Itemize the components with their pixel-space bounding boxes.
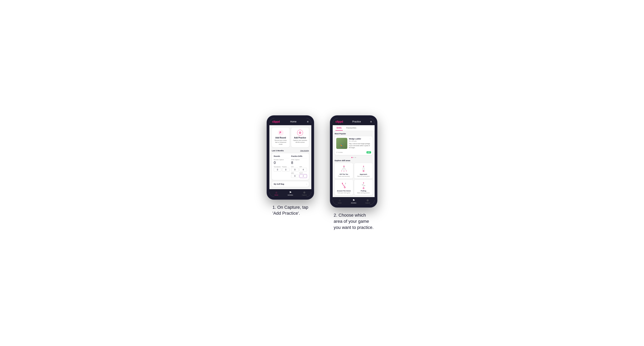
nav-activities-label-2: Activities xyxy=(351,202,356,204)
nav-activities-label-1: Activities xyxy=(288,194,293,196)
tabs-bar: Drills Favourites xyxy=(333,125,374,131)
svg-point-14 xyxy=(342,183,343,184)
stats-header: Last 3 Months View Activity xyxy=(272,150,309,152)
nav-capture-1[interactable]: ⊕ Capture xyxy=(297,191,311,196)
svg-point-21 xyxy=(364,185,365,186)
star-icon[interactable]: ☆ xyxy=(370,138,371,140)
bottom-nav-2: ⌂ Home ⚑ Activities ⊕ Capture xyxy=(333,197,374,205)
tab-favourites[interactable]: Favourites xyxy=(345,125,358,131)
svg-point-15 xyxy=(345,183,346,184)
drill-desc: Play 1 shot at each target yardage. If y… xyxy=(349,143,371,149)
phone2-screen: clippd Practice ≡ Drills Favourites Most… xyxy=(333,118,374,205)
arg-value: 0 xyxy=(291,174,299,178)
menu-icon-2[interactable]: ≡ xyxy=(370,120,372,123)
svg-point-11 xyxy=(346,171,347,172)
caption-1: 1. On Capture, tap 'Add Practice'. xyxy=(272,204,308,217)
rounds-capture-value: 0 xyxy=(274,161,290,165)
featured-card-top: 🏌️ Wedge Ladder ☆ 50–100 yds Play 1 shot… xyxy=(335,136,373,151)
activities-icon-2: ⚑ xyxy=(352,199,355,202)
add-round-desc: Record your shots fast or enhanced mode xyxy=(273,140,288,145)
dot-indicators xyxy=(335,157,373,158)
phone2-section: clippd Practice ≡ Drills Favourites Most… xyxy=(330,115,378,230)
action-cards: Add Round Record your shots fast or enha… xyxy=(272,128,309,147)
svg-point-9 xyxy=(341,171,342,172)
app-item: APP 4 xyxy=(300,166,307,172)
stats-row: Rounds Rounds Capture 0 Tournament 0 xyxy=(274,155,307,178)
app-logo-2: clippd xyxy=(336,120,343,123)
app-value: 4 xyxy=(300,168,307,172)
atg-svg xyxy=(340,181,348,189)
add-practice-desc: Capture your practice off-the-course xyxy=(293,140,307,143)
featured-drill-card[interactable]: 🏌️ Wedge Ladder ☆ 50–100 yds Play 1 shot… xyxy=(335,136,373,155)
rounds-col: Rounds Rounds Capture 0 Tournament 0 xyxy=(274,155,290,178)
activities-icon-1: ⚑ xyxy=(289,191,292,194)
svg-point-16 xyxy=(344,187,345,188)
menu-icon-1[interactable]: ≡ xyxy=(307,120,308,123)
nav-activities-2[interactable]: ⚑ Activities xyxy=(347,199,361,204)
app-logo-1: clippd xyxy=(272,120,280,123)
svg-point-12 xyxy=(363,166,364,167)
stats-period-label: Last 3 Months xyxy=(272,150,284,152)
nav-home-label-1: Home xyxy=(274,194,278,196)
golf-bag-row[interactable]: My Golf Bag › xyxy=(272,181,309,187)
home-icon-2: ⌂ xyxy=(339,199,340,202)
skill-approach[interactable]: Approach Dial-in to hit the green xyxy=(354,163,373,178)
golf-bag-label: My Golf Bag xyxy=(274,183,284,185)
most-popular-label: Most Popular xyxy=(335,133,373,135)
skill-grid: Off The Tee Power and accuracy xyxy=(335,163,373,195)
tournament-label: Tournament xyxy=(274,166,281,168)
add-round-card[interactable]: Add Round Record your shots fast or enha… xyxy=(272,128,290,147)
phone1-section: clippd Home ≡ xyxy=(266,115,314,216)
svg-point-5 xyxy=(343,166,344,167)
target-icon xyxy=(299,131,302,134)
off-tee-title: Off The Tee xyxy=(340,173,348,175)
approach-icon xyxy=(360,165,368,173)
phone1: clippd Home ≡ xyxy=(266,115,314,199)
featured-title-row: Wedge Ladder ☆ xyxy=(349,138,371,140)
stats-grid: Rounds Rounds Capture 0 Tournament 0 xyxy=(272,153,309,180)
atg-desc: Hone your short game xyxy=(338,192,350,193)
drill-image: 🏌️ xyxy=(336,138,347,149)
ott-value: 0 xyxy=(291,168,299,172)
approach-svg xyxy=(360,165,368,173)
putt-value: 4 xyxy=(300,174,307,178)
phone1-screen: clippd Home ≡ xyxy=(270,118,311,197)
drills-col: Practice Drills Drills Capture 8 OTT 0 xyxy=(291,155,307,178)
skill-off-tee[interactable]: Off The Tee Power and accuracy xyxy=(335,163,353,178)
skill-around-green[interactable]: Around The Green Hone your short game xyxy=(335,180,353,195)
svg-point-20 xyxy=(362,184,363,185)
app-badge: APP xyxy=(366,151,371,154)
nav-capture-2[interactable]: ⊕ Capture xyxy=(360,199,374,204)
ott-item: OTT 0 xyxy=(291,166,299,172)
bottom-nav-1: ⌂ Home ⚑ Activities ⊕ Capture xyxy=(270,189,311,197)
drill-yards: 50–100 yds xyxy=(349,140,371,142)
phone2: clippd Practice ≡ Drills Favourites Most… xyxy=(330,115,378,207)
home-icon: ⌂ xyxy=(276,191,277,194)
svg-line-8 xyxy=(344,167,346,171)
nav-home-2[interactable]: ⌂ Home xyxy=(333,199,347,204)
nav-home-1[interactable]: ⌂ Home xyxy=(270,191,284,196)
svg-line-6 xyxy=(342,167,344,171)
clock-icon: ⏱ xyxy=(336,152,338,153)
arg-item: ARG 0 xyxy=(291,173,299,178)
putt-label: PUTT xyxy=(300,173,307,174)
app-header-1: clippd Home ≡ xyxy=(270,118,311,125)
nav-activities-1[interactable]: ⚑ Activities xyxy=(284,191,298,196)
svg-point-13 xyxy=(363,171,364,172)
skill-putting[interactable]: Putting Make and lag practice xyxy=(354,180,373,195)
add-practice-icon-area xyxy=(297,130,303,136)
atg-icon xyxy=(340,181,348,189)
nav-home-label-2: Home xyxy=(338,202,342,204)
putting-desc: Make and lag practice xyxy=(357,192,370,193)
view-activity-link[interactable]: View Activity xyxy=(300,150,309,152)
drills-sub-row2: ARG 0 PUTT 4 xyxy=(291,173,307,178)
add-practice-card[interactable]: Add Practice Capture your practice off-t… xyxy=(291,128,309,147)
tab-drills[interactable]: Drills xyxy=(336,125,343,131)
tournament-value: 0 xyxy=(274,168,281,172)
dot-1 xyxy=(352,157,352,158)
tournament-item: Tournament 0 xyxy=(274,166,281,172)
off-tee-desc: Power and accuracy xyxy=(338,175,350,177)
drills-title: Practice Drills xyxy=(291,155,307,158)
approach-desc: Dial-in to hit the green xyxy=(357,175,370,177)
practice-icon-circle xyxy=(297,130,303,136)
